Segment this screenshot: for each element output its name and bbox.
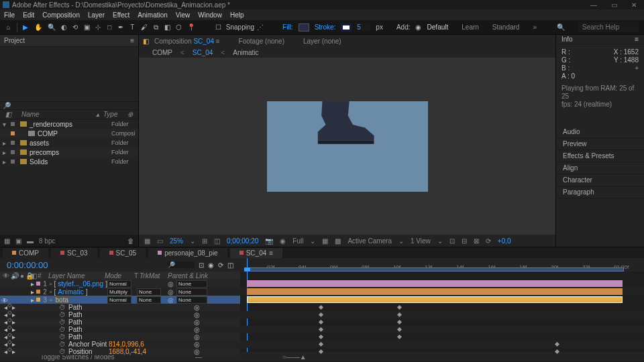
tl-opt-icon4[interactable]: ◫ <box>227 261 233 269</box>
crumb-0[interactable]: COMP <box>152 49 172 56</box>
work-area-bar[interactable] <box>247 267 624 272</box>
property-row[interactable]: ◂▸⏱Path◎ <box>0 326 240 333</box>
footage-tab[interactable]: Footage (none) <box>239 38 284 45</box>
stroke-swatch[interactable] <box>341 23 352 32</box>
view-layout-icon[interactable]: ▦ <box>322 237 328 245</box>
grid-icon[interactable]: ⊞ <box>202 237 207 245</box>
stopwatch-icon[interactable]: ⏱ <box>59 304 66 311</box>
timeline-search[interactable] <box>168 261 195 268</box>
stopwatch-icon[interactable]: ⏱ <box>59 333 66 341</box>
property-row[interactable]: ◂▸⏱Path◎ <box>0 304 240 311</box>
keyframe-icon[interactable] <box>319 312 323 317</box>
property-row[interactable]: ◂▸⏱Path◎ <box>0 333 240 341</box>
project-search-row[interactable]: 🔎 <box>0 102 138 110</box>
menu-help[interactable]: Help <box>230 11 244 19</box>
transparency-icon[interactable]: ▩ <box>335 237 341 245</box>
channel-icon[interactable]: ◉ <box>280 237 286 245</box>
layer-tab[interactable]: Layer (none) <box>303 38 341 45</box>
camera-dropdown[interactable]: Active Camera <box>347 237 392 245</box>
keyframe-track[interactable] <box>240 348 644 355</box>
mode-dropdown[interactable]: Normal <box>107 296 131 304</box>
next-kf-icon[interactable]: ▸ <box>12 333 15 341</box>
roto-tool-icon[interactable]: ⬡ <box>176 23 182 32</box>
maximize-button[interactable]: ▭ <box>604 0 624 9</box>
eye-col-icon[interactable]: 👁 <box>3 272 9 280</box>
tl-opt-icon2[interactable]: ◉ <box>208 261 214 269</box>
fill-label[interactable]: Fill: <box>282 23 293 31</box>
keyframe-track[interactable] <box>240 326 644 333</box>
res-icon[interactable]: ▭ <box>157 237 163 245</box>
stopwatch-icon[interactable]: ⏱ <box>59 318 66 326</box>
mode-dropdown[interactable]: Multiply <box>107 288 131 296</box>
keyframe-track[interactable] <box>240 333 644 341</box>
keyframe-icon[interactable] <box>555 349 559 354</box>
anchor-tool-icon[interactable]: ⊹ <box>95 23 101 32</box>
col-extra-icon[interactable]: ⊕ <box>127 111 133 118</box>
col-sort-icon[interactable]: ▴ <box>96 111 99 118</box>
label-col-icon[interactable]: ◧ <box>5 111 11 118</box>
timeline-tab[interactable]: SC_03 <box>51 248 97 258</box>
keyframe-icon[interactable] <box>397 327 402 332</box>
info-header[interactable]: Info ≡ <box>556 35 644 44</box>
rotate-tool-icon[interactable]: ⟲ <box>72 23 78 32</box>
side-panel-paragraph[interactable]: Paragraph <box>556 186 644 198</box>
mode-col[interactable]: Mode <box>105 272 134 280</box>
stopwatch-icon[interactable]: ⏱ <box>59 348 66 355</box>
track-row[interactable] <box>240 280 644 288</box>
snapshot-icon[interactable]: 📷 <box>265 237 273 245</box>
stopwatch-icon[interactable]: ⏱ <box>59 341 66 348</box>
trash-icon[interactable]: 🗑 <box>127 237 134 245</box>
keyframe-icon[interactable] <box>319 320 323 324</box>
timeline-tab[interactable]: SC_04 ≡ <box>230 248 282 258</box>
selection-tool-icon[interactable]: ▶ <box>23 23 29 32</box>
vf-icon1[interactable]: ⊡ <box>449 237 455 245</box>
pickwhip-icon[interactable]: ◎ <box>168 280 174 288</box>
crumb-2[interactable]: Animatic <box>233 49 258 56</box>
fill-swatch[interactable] <box>299 23 309 32</box>
project-item[interactable]: ▾_rendercompsFolder <box>0 119 138 129</box>
keyframe-icon[interactable] <box>319 342 323 347</box>
text-tool-icon[interactable]: T <box>129 23 136 32</box>
keyframe-icon[interactable] <box>397 335 402 339</box>
crumb-1[interactable]: SC_04 <box>193 49 213 56</box>
eye-icon[interactable] <box>1 289 7 294</box>
side-panel-align[interactable]: Align <box>556 162 644 174</box>
stopwatch-icon[interactable]: ⏱ <box>59 311 66 318</box>
pickwhip-icon[interactable]: ◎ <box>168 296 174 304</box>
project-item[interactable]: ▸assetsFolder <box>0 138 138 147</box>
layer-bar[interactable] <box>247 280 623 287</box>
project-panel-header[interactable]: Project ≡ <box>0 35 138 47</box>
side-panel-audio[interactable]: Audio <box>556 126 644 138</box>
viewer-timecode[interactable]: 0;00;00;20 <box>227 237 258 245</box>
project-item[interactable]: ▸precompsFolder <box>0 147 138 157</box>
eye-icon[interactable]: 👁 <box>1 297 7 302</box>
property-row[interactable]: ◂▸⏱Path◎ <box>0 318 240 326</box>
stroke-width[interactable]: 5 <box>357 23 370 31</box>
property-value[interactable]: 814,0,996,6 <box>109 341 144 348</box>
workspace-default[interactable]: Default <box>427 23 449 31</box>
vf-icon3[interactable]: ⊠ <box>474 237 479 245</box>
track-row[interactable] <box>240 288 644 296</box>
snap-checkbox[interactable]: ☐ <box>214 23 223 32</box>
side-panel-preview[interactable]: Preview <box>556 138 644 150</box>
menu-effect[interactable]: Effect <box>113 11 129 19</box>
menu-animation[interactable]: Animation <box>138 11 167 19</box>
kf-diamond-icon[interactable] <box>7 333 12 337</box>
keyframe-track[interactable] <box>240 341 644 348</box>
trkmat-dropdown[interactable]: None <box>137 296 161 304</box>
zoom-tool-icon[interactable]: 🔍 <box>48 23 56 32</box>
vf-icon2[interactable]: ⊟ <box>462 237 467 245</box>
comp-tab-prefix[interactable]: Composition SC_04 ≡ <box>154 38 220 45</box>
kf-diamond-icon[interactable] <box>7 340 12 345</box>
stamp-tool-icon[interactable]: ⧉ <box>153 23 159 32</box>
track-row[interactable] <box>240 296 644 304</box>
layer-row[interactable]: ▸2▫[Animatic]MultiplyNone◎None <box>0 288 240 296</box>
panel-menu-icon[interactable]: ≡ <box>130 37 134 44</box>
parent-dropdown[interactable]: None <box>176 280 207 288</box>
workspace-more-icon[interactable]: » <box>533 23 537 31</box>
layer-row[interactable]: ▸1▫[stylef..._06.png]Normal◎None <box>0 280 240 288</box>
menu-file[interactable]: File <box>4 11 15 19</box>
label-col-icon[interactable]: ◧ <box>31 272 38 280</box>
exposure[interactable]: +0,0 <box>498 237 511 245</box>
res-dropdown[interactable]: Full <box>292 237 303 245</box>
